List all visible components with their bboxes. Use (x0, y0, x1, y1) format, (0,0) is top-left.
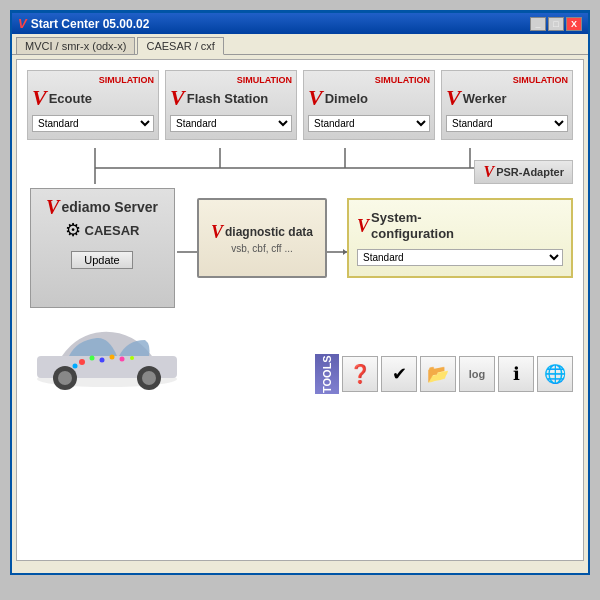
h-connector (177, 242, 197, 265)
tab-mvci[interactable]: MVCI / smr-x (odx-x) (16, 37, 135, 54)
sim-name-dimelo: Dimelo (325, 91, 368, 106)
syscfg-name: System-configuration (371, 210, 454, 241)
v-logo-ecoute: V (32, 87, 47, 109)
svg-point-18 (90, 356, 95, 361)
connector-section: V PSR-Adapter (27, 148, 573, 184)
svg-point-22 (73, 364, 78, 369)
sim-box-flash-station: SIMULATION V Flash Station Standard (165, 70, 297, 140)
svg-point-20 (110, 355, 115, 360)
bottom-section: TOOLS ❓ ✔ 📂 log ℹ 🌐 (27, 314, 573, 394)
diag-v-logo: V (211, 223, 223, 241)
vediamo-column: V ediamo Server ⚙ CAESAR Update (27, 188, 177, 308)
vediamo-title: V ediamo Server (46, 197, 158, 217)
svg-point-16 (142, 371, 156, 385)
title-bar: V Start Center 05.00.02 _ □ X (12, 13, 588, 34)
svg-point-23 (130, 356, 134, 360)
svg-point-17 (79, 359, 85, 365)
h-connector-2-svg (327, 242, 347, 262)
sim-title-flash: V Flash Station (170, 87, 292, 109)
folder-tool-button[interactable]: 📂 (420, 356, 456, 392)
update-button[interactable]: Update (71, 251, 132, 269)
app-icon: V (18, 16, 27, 31)
car-svg (27, 314, 187, 394)
sim-select-flash[interactable]: Standard (170, 115, 292, 132)
h-connector-svg (177, 242, 197, 262)
caesar-text: CAESAR (85, 223, 140, 238)
sim-box-dimelo: SIMULATION V Dimelo Standard (303, 70, 435, 140)
sim-name-ecoute: Ecoute (49, 91, 92, 106)
info-tool-button[interactable]: ℹ (498, 356, 534, 392)
simulation-boxes-row: SIMULATION V Ecoute Standard SIMULATION … (27, 70, 573, 140)
syscfg-title: V System-configuration (357, 210, 454, 241)
check-tool-button[interactable]: ✔ (381, 356, 417, 392)
vediamo-server-text: ediamo Server (61, 199, 158, 215)
sim-box-werker: SIMULATION V Werker Standard (441, 70, 573, 140)
diag-name: diagnostic data (225, 225, 313, 239)
sim-select-dimelo[interactable]: Standard (308, 115, 430, 132)
diag-sub: vsb, cbf, cff ... (231, 243, 293, 254)
sim-label-werker: SIMULATION (446, 75, 568, 85)
middle-section: V ediamo Server ⚙ CAESAR Update (27, 188, 573, 308)
car-illustration (27, 314, 187, 394)
psr-name: PSR-Adapter (496, 166, 564, 178)
window-title: Start Center 05.00.02 (31, 17, 150, 31)
title-bar-left: V Start Center 05.00.02 (18, 16, 149, 31)
v-logo-dimelo: V (308, 87, 323, 109)
main-content: SIMULATION V Ecoute Standard SIMULATION … (16, 59, 584, 561)
tab-caesar[interactable]: CAESAR / cxf (137, 37, 223, 55)
sim-title-werker: V Werker (446, 87, 568, 109)
sim-name-werker: Werker (463, 91, 507, 106)
vediamo-sub: ⚙ CAESAR (65, 219, 140, 241)
sim-title-ecoute: V Ecoute (32, 87, 154, 109)
sim-label-flash: SIMULATION (170, 75, 292, 85)
vediamo-v-logo: V (46, 197, 59, 217)
h-connector-2 (327, 242, 347, 265)
globe-tool-button[interactable]: 🌐 (537, 356, 573, 392)
psr-v-logo: V (483, 164, 494, 180)
tools-section: TOOLS ❓ ✔ 📂 log ℹ 🌐 (315, 354, 573, 394)
psr-adapter-box: V PSR-Adapter (474, 160, 573, 184)
sim-label-ecoute: SIMULATION (32, 75, 154, 85)
diagnostic-data-box: V diagnostic data vsb, cbf, cff ... (197, 198, 327, 278)
sim-label-dimelo: SIMULATION (308, 75, 430, 85)
close-button[interactable]: X (566, 17, 582, 31)
system-config-box: V System-configuration Standard (347, 198, 573, 278)
sim-title-dimelo: V Dimelo (308, 87, 430, 109)
svg-point-21 (120, 357, 125, 362)
diag-title: V diagnostic data (211, 223, 313, 241)
main-window: V Start Center 05.00.02 _ □ X MVCI / smr… (10, 10, 590, 575)
minimize-button[interactable]: _ (530, 17, 546, 31)
v-logo-flash: V (170, 87, 185, 109)
vediamo-server-box: V ediamo Server ⚙ CAESAR Update (30, 188, 175, 308)
tools-label: TOOLS (315, 354, 339, 394)
sim-select-werker[interactable]: Standard (446, 115, 568, 132)
sim-name-flash: Flash Station (187, 91, 269, 106)
syscfg-select[interactable]: Standard (357, 249, 563, 266)
sim-box-ecoute: SIMULATION V Ecoute Standard (27, 70, 159, 140)
log-tool-button[interactable]: log (459, 356, 495, 392)
title-controls: _ □ X (530, 17, 582, 31)
restore-button[interactable]: □ (548, 17, 564, 31)
v-logo-werker: V (446, 87, 461, 109)
caesar-gear-icon: ⚙ (65, 219, 81, 241)
svg-point-14 (58, 371, 72, 385)
syscfg-v-logo: V (357, 217, 369, 235)
sim-select-ecoute[interactable]: Standard (32, 115, 154, 132)
svg-point-19 (100, 358, 105, 363)
help-tool-button[interactable]: ❓ (342, 356, 378, 392)
tab-bar: MVCI / smr-x (odx-x) CAESAR / cxf (12, 34, 588, 55)
svg-marker-10 (343, 249, 347, 255)
